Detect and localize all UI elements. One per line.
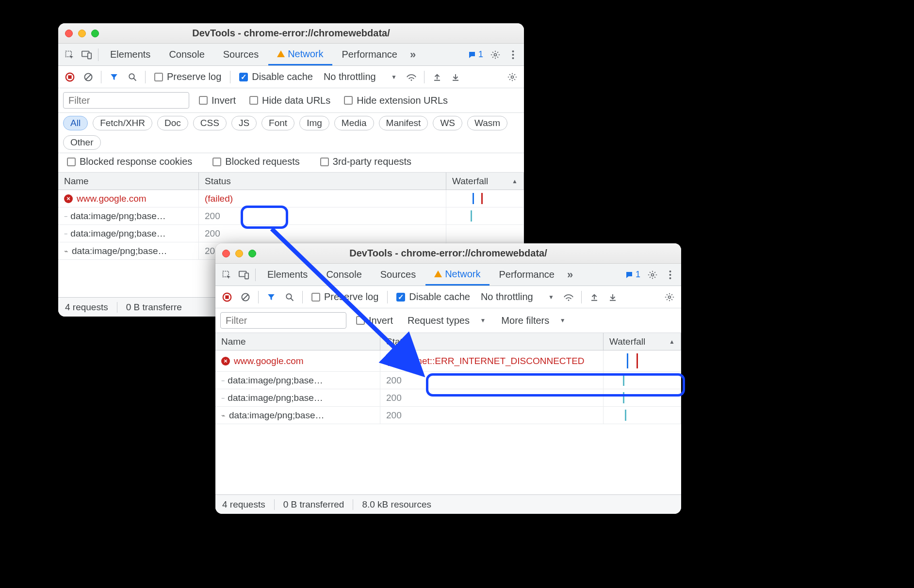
filter-pill-other[interactable]: Other xyxy=(63,135,101,150)
warning-icon xyxy=(277,50,285,57)
messages-button[interactable]: 1 xyxy=(465,49,486,60)
kebab-menu-icon[interactable] xyxy=(505,47,521,63)
col-name[interactable]: Name xyxy=(58,173,199,190)
request-types-dropdown[interactable]: Request types ▼ xyxy=(403,315,490,326)
clear-button[interactable] xyxy=(238,289,253,305)
tab-sources[interactable]: Sources xyxy=(214,44,267,65)
messages-button[interactable]: 1 xyxy=(622,270,643,280)
filter-pill-img[interactable]: Img xyxy=(299,116,329,130)
network-settings-icon[interactable] xyxy=(505,69,520,85)
table-row[interactable]: --data:image/png;base… 200 xyxy=(215,372,681,389)
table-row[interactable]: --data:image/png;base… 200 xyxy=(58,207,524,225)
col-status[interactable]: Status xyxy=(380,333,604,350)
invert-checkbox[interactable]: Invert xyxy=(352,315,397,326)
search-icon[interactable] xyxy=(125,69,140,85)
table-row[interactable]: --data:image/png;base… 200 xyxy=(58,225,524,242)
table-row[interactable]: --data:image/png;base… 200 xyxy=(215,389,681,407)
filter-pill-wasm[interactable]: Wasm xyxy=(467,116,507,130)
maximize-window-button[interactable] xyxy=(248,250,256,257)
throttling-select[interactable]: No throttling ▼ xyxy=(320,71,401,82)
download-har-icon[interactable] xyxy=(448,69,463,85)
svg-point-4 xyxy=(512,50,514,52)
tab-network[interactable]: Network xyxy=(268,44,332,65)
col-waterfall[interactable]: Waterfall▲ xyxy=(604,333,681,350)
tab-elements[interactable]: Elements xyxy=(101,44,159,65)
filter-pill-js[interactable]: JS xyxy=(231,116,257,130)
device-toggle-icon[interactable] xyxy=(236,267,252,283)
blocked-requests-checkbox[interactable]: Blocked requests xyxy=(209,156,303,167)
clear-button[interactable] xyxy=(81,69,96,85)
more-tabs-button[interactable]: » xyxy=(407,48,417,61)
settings-icon[interactable] xyxy=(487,47,504,63)
upload-har-icon[interactable] xyxy=(429,69,445,85)
filter-icon[interactable] xyxy=(263,289,279,305)
disable-cache-checkbox[interactable]: Disable cache xyxy=(235,71,317,82)
table-row[interactable]: ×www.google.com (failed) net::ERR_INTERN… xyxy=(215,350,681,372)
maximize-window-button[interactable] xyxy=(91,30,99,37)
throttling-select[interactable]: No throttling ▼ xyxy=(477,291,558,302)
preserve-log-checkbox[interactable]: Preserve log xyxy=(150,71,225,82)
table-header: Name Status Waterfall▲ xyxy=(58,173,524,190)
table-row[interactable]: ⌁data:image/png;base… 200 xyxy=(215,407,681,424)
svg-rect-2 xyxy=(88,53,91,59)
search-icon[interactable] xyxy=(282,289,297,305)
settings-icon[interactable] xyxy=(644,267,661,283)
svg-line-27 xyxy=(291,298,293,301)
hide-extension-urls-checkbox[interactable]: Hide extension URLs xyxy=(340,95,452,106)
inspect-element-icon[interactable] xyxy=(61,47,78,63)
table-row[interactable]: ×www.google.com (failed) xyxy=(58,190,524,207)
tab-sources[interactable]: Sources xyxy=(372,264,424,286)
svg-point-26 xyxy=(286,294,292,299)
disable-cache-checkbox[interactable]: Disable cache xyxy=(392,291,474,302)
filter-pill-ws[interactable]: WS xyxy=(433,116,462,130)
tab-network[interactable]: Network xyxy=(425,264,489,286)
preserve-log-checkbox[interactable]: Preserve log xyxy=(308,291,382,302)
svg-point-21 xyxy=(669,277,671,279)
filter-pill-all[interactable]: All xyxy=(63,116,88,130)
svg-point-29 xyxy=(669,296,671,298)
filter-input[interactable] xyxy=(220,312,346,329)
close-window-button[interactable] xyxy=(222,250,230,257)
network-conditions-icon[interactable] xyxy=(404,69,419,85)
filter-icon[interactable] xyxy=(106,69,122,85)
tab-performance[interactable]: Performance xyxy=(333,44,407,65)
filter-input[interactable] xyxy=(63,92,189,109)
filter-pill-fetch[interactable]: Fetch/XHR xyxy=(93,116,152,130)
upload-har-icon[interactable] xyxy=(587,289,602,305)
close-window-button[interactable] xyxy=(65,30,73,37)
window-title: DevTools - chrome-error://chromewebdata/ xyxy=(215,248,681,259)
status-resources: 8.0 kB resources xyxy=(362,499,431,510)
blocked-cookies-checkbox[interactable]: Blocked response cookies xyxy=(63,156,196,167)
minimize-window-button[interactable] xyxy=(235,250,243,257)
invert-checkbox[interactable]: Invert xyxy=(195,95,240,106)
tab-elements[interactable]: Elements xyxy=(259,264,316,286)
network-toolbar: Preserve log Disable cache No throttling… xyxy=(215,286,681,308)
filter-pill-font[interactable]: Font xyxy=(261,116,294,130)
filter-pill-media[interactable]: Media xyxy=(334,116,374,130)
col-waterfall[interactable]: Waterfall▲ xyxy=(446,173,524,190)
network-conditions-icon[interactable] xyxy=(561,289,576,305)
col-status[interactable]: Status xyxy=(199,173,446,190)
inspect-element-icon[interactable] xyxy=(218,267,235,283)
network-settings-icon[interactable] xyxy=(662,289,677,305)
tab-console[interactable]: Console xyxy=(160,44,213,65)
more-filters-dropdown[interactable]: More filters ▼ xyxy=(496,315,570,326)
more-tabs-button[interactable]: » xyxy=(564,269,574,281)
filter-pill-manifest[interactable]: Manifest xyxy=(379,116,428,130)
tab-console[interactable]: Console xyxy=(317,264,370,286)
record-button[interactable] xyxy=(62,69,78,85)
minimize-window-button[interactable] xyxy=(78,30,86,37)
kebab-menu-icon[interactable] xyxy=(662,267,678,283)
tab-bar: Elements Console Sources Network Perform… xyxy=(215,264,681,286)
download-har-icon[interactable] xyxy=(605,289,620,305)
hide-data-urls-checkbox[interactable]: Hide data URLs xyxy=(245,95,334,106)
filter-pill-css[interactable]: CSS xyxy=(193,116,227,130)
third-party-checkbox[interactable]: 3rd-party requests xyxy=(316,156,415,167)
tab-performance[interactable]: Performance xyxy=(490,264,564,286)
record-button[interactable] xyxy=(219,289,235,305)
filter-pill-doc[interactable]: Doc xyxy=(157,116,188,130)
col-name[interactable]: Name xyxy=(215,333,380,350)
status-transferred: 0 B transferre xyxy=(126,302,182,313)
device-toggle-icon[interactable] xyxy=(79,47,95,63)
image-icon: ⌁ xyxy=(64,247,68,255)
